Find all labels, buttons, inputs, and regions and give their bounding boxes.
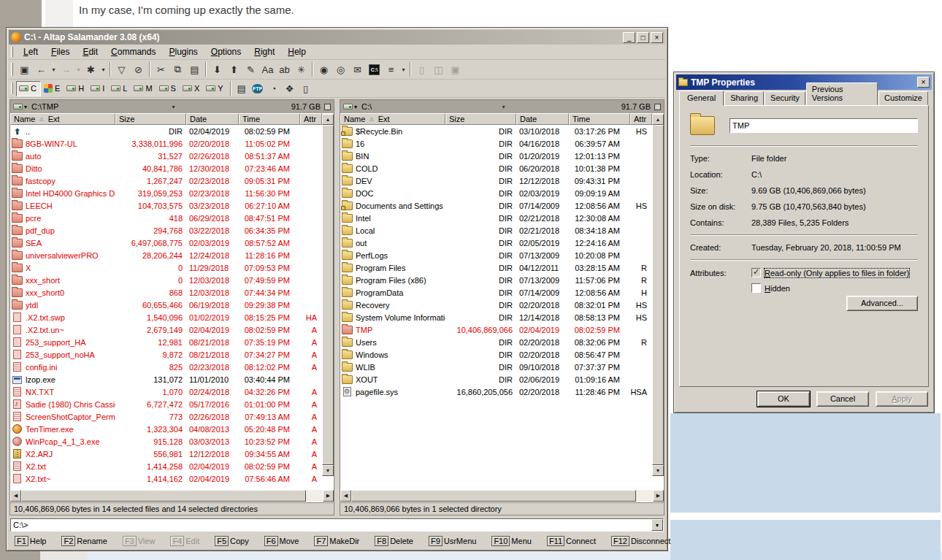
file-row[interactable]: ytdl60,655,46606/19/201809:29:38 PM bbox=[10, 299, 322, 311]
file-row[interactable]: 253_support_HA12,98108/21/201807:35:19 P… bbox=[10, 336, 322, 348]
back-dropdown-icon[interactable]: ▾ bbox=[50, 61, 58, 77]
folder-name-input[interactable] bbox=[730, 118, 918, 133]
recycle-bin-icon[interactable]: ▣ bbox=[447, 61, 464, 77]
file-row[interactable]: pcre41806/29/201808:47:51 PM bbox=[10, 212, 322, 224]
favorites-icon[interactable]: ✱ bbox=[83, 61, 99, 77]
right-horizontal-scrollbar[interactable]: ◀▶ bbox=[340, 490, 664, 502]
column-date[interactable]: Date bbox=[516, 113, 569, 125]
cut-icon[interactable]: ✂ bbox=[153, 61, 169, 77]
fkey-f2-rename[interactable]: F2Rename bbox=[61, 536, 107, 546]
fkey-f10-menu[interactable]: F10Menu bbox=[491, 536, 532, 546]
column-size[interactable]: Size bbox=[445, 113, 516, 125]
file-row[interactable]: ScreenShotCaptor_Perma...77302/26/201807… bbox=[10, 410, 322, 423]
menu-left[interactable]: Left bbox=[18, 45, 44, 58]
fkey-f1-help[interactable]: F1Help bbox=[15, 536, 46, 546]
file-row[interactable]: .X2.txt.swp1,540,09601/02/201908:15:25 P… bbox=[10, 311, 322, 323]
file-row[interactable]: Program FilesDIR04/12/201103:28:15 AMR bbox=[340, 261, 652, 274]
drive-button-c[interactable]: C bbox=[16, 81, 41, 96]
file-row[interactable]: X2.txt~1,414,16202/04/201907:56:46 AMA bbox=[10, 472, 322, 485]
menu-commands[interactable]: Commands bbox=[105, 45, 161, 58]
file-row[interactable]: X011/29/201807:09:53 PM bbox=[10, 261, 322, 274]
menu-help[interactable]: Help bbox=[282, 45, 312, 58]
ftp-client-icon[interactable]: FTP bbox=[250, 81, 266, 96]
fkey-f11-connect[interactable]: F11Connect bbox=[547, 536, 596, 546]
drive-button-i[interactable]: I bbox=[88, 81, 108, 96]
left-horizontal-scrollbar[interactable]: ◀▶ bbox=[10, 490, 334, 502]
fkey-f4-edit[interactable]: F4Edit bbox=[170, 536, 199, 546]
scroll-left-icon[interactable]: ◀ bbox=[340, 490, 351, 502]
trash-icon[interactable]: ▯ bbox=[298, 81, 314, 96]
menu-right[interactable]: Right bbox=[248, 45, 280, 58]
file-row[interactable]: pdf_dup294,76803/22/201806:34:35 PM bbox=[10, 224, 322, 237]
file-row[interactable]: ProgramDataDIR07/14/200912:08:56 AMH bbox=[340, 286, 652, 299]
column-size[interactable]: Size bbox=[115, 113, 186, 125]
file-row[interactable]: Intel HD4000 Graphics Dri...319,059,2530… bbox=[10, 187, 322, 199]
filter-icon[interactable]: ▽ bbox=[113, 61, 130, 77]
tab-customize[interactable]: Customize bbox=[878, 91, 928, 105]
file-row[interactable]: TenTimer.exe1,323,30404/08/201305:20:48 … bbox=[10, 423, 322, 435]
scroll-up-icon[interactable]: ▲ bbox=[322, 114, 334, 125]
scroll-up-icon[interactable]: ▲ bbox=[652, 114, 664, 125]
connect-network-drive-icon[interactable]: ▯ bbox=[413, 61, 430, 77]
hot-paths-icon[interactable]: ▣ bbox=[16, 61, 33, 77]
tab-previous-versions[interactable]: Previous Versions bbox=[806, 83, 878, 105]
file-row[interactable]: xxx_short086812/03/201807:44:34 PM bbox=[10, 286, 322, 299]
file-row[interactable]: 16DIR04/16/201806:39:57 AM bbox=[340, 137, 652, 150]
column-time[interactable]: Time bbox=[569, 113, 630, 125]
readonly-checkbox[interactable] bbox=[751, 268, 761, 277]
view-modes-icon[interactable]: ≡ bbox=[383, 61, 399, 77]
drive-button-h[interactable]: H bbox=[64, 81, 88, 96]
fkey-f9-usrmenu[interactable]: F9UsrMenu bbox=[429, 536, 476, 546]
scroll-down-icon[interactable]: ▼ bbox=[652, 465, 664, 476]
file-row[interactable]: SEA6,497,068,77502/03/201908:57:52 AM bbox=[10, 237, 322, 249]
network-icon[interactable]: ◔ bbox=[266, 81, 282, 96]
file-row[interactable]: Sadie (1980) Chris Cassid...6,727,47205/… bbox=[10, 398, 322, 410]
dialog-close-button[interactable]: × bbox=[917, 77, 930, 88]
file-row[interactable]: .X2.txt.un~2,679,14902/04/201908:02:59 P… bbox=[10, 323, 322, 336]
scroll-right-icon[interactable]: ▶ bbox=[653, 490, 664, 502]
file-row[interactable]: xxx_short012/03/201807:49:59 PM bbox=[10, 274, 322, 286]
drive-button-y[interactable]: Y bbox=[204, 81, 226, 96]
file-row[interactable]: outDIR02/05/201912:24:16 AM bbox=[340, 237, 652, 249]
tab-sharing[interactable]: Sharing bbox=[724, 91, 764, 105]
column-attr[interactable]: Attr bbox=[300, 113, 322, 125]
paste-icon[interactable]: ▤ bbox=[186, 61, 203, 77]
file-row[interactable]: lzop.exe131,07211/01/201003:40:44 PM bbox=[10, 373, 322, 386]
fkey-f5-copy[interactable]: F5Copy bbox=[215, 536, 249, 546]
drive-button-e[interactable]: E bbox=[42, 81, 64, 96]
path-history-dropdown-icon[interactable]: ▾ bbox=[172, 104, 175, 110]
forward-dropdown-icon[interactable]: ▾ bbox=[74, 61, 83, 77]
pack-icon[interactable]: ⬇ bbox=[209, 61, 226, 77]
file-row[interactable]: Program Files (x86)DIR07/13/200911:57:06… bbox=[340, 274, 652, 286]
file-row[interactable]: XOUTDIR02/06/201901:09:16 AM bbox=[340, 373, 652, 386]
rename-icon[interactable]: ab bbox=[276, 61, 293, 77]
plugins-icon[interactable]: ❖ bbox=[282, 81, 298, 96]
hidden-label[interactable]: Hidden bbox=[765, 284, 790, 293]
menu-options[interactable]: Options bbox=[205, 45, 247, 58]
fkey-f6-move[interactable]: F6Move bbox=[264, 536, 299, 546]
scrollbar-thumb[interactable] bbox=[21, 490, 306, 502]
file-row[interactable]: ..DIR02/04/201908:02:59 PM bbox=[10, 125, 322, 137]
command-history-dropdown-icon[interactable]: ▼ bbox=[651, 519, 663, 531]
fkey-f3-view[interactable]: F3View bbox=[123, 536, 156, 546]
file-row[interactable]: WinPcap_4_1_3.exe915,12803/03/201310:23:… bbox=[10, 435, 322, 448]
scrollbar-thumb[interactable] bbox=[351, 490, 636, 502]
properties-icon[interactable]: ✎ bbox=[242, 61, 259, 77]
file-row[interactable]: System Volume InformationDIR12/14/201808… bbox=[340, 311, 652, 323]
path-history-dropdown-icon[interactable]: ▾ bbox=[502, 104, 505, 110]
close-button[interactable]: × bbox=[651, 32, 663, 43]
file-row[interactable]: X2.txt1,414,25802/04/201908:02:59 PMA bbox=[10, 460, 322, 472]
title-bar[interactable]: C:\ - Altap Salamander 3.08 (x64) _ □ × bbox=[9, 30, 665, 45]
menu-edit[interactable]: Edit bbox=[77, 45, 104, 58]
file-row[interactable]: TMP10,406,869,06602/04/201908:02:59 PM bbox=[340, 323, 652, 336]
file-row[interactable]: WindowsDIR02/20/201808:56:47 PM bbox=[340, 348, 652, 361]
scrollbar-thumb[interactable] bbox=[322, 125, 334, 465]
drive-button-x[interactable]: X bbox=[180, 81, 203, 96]
tab-general[interactable]: General bbox=[679, 91, 724, 106]
file-row[interactable]: DEVDIR12/12/201809:43:31 PM bbox=[340, 174, 652, 187]
file-row[interactable]: config.ini82502/23/201808:12:02 PMA bbox=[10, 361, 322, 373]
dialog-title-bar[interactable]: TMP Properties × bbox=[676, 74, 932, 90]
ok-button[interactable]: OK bbox=[757, 391, 810, 407]
file-row[interactable]: RecoveryDIR02/20/201808:32:01 PMHS bbox=[340, 299, 652, 311]
panel-zoom-icon[interactable] bbox=[324, 104, 331, 110]
